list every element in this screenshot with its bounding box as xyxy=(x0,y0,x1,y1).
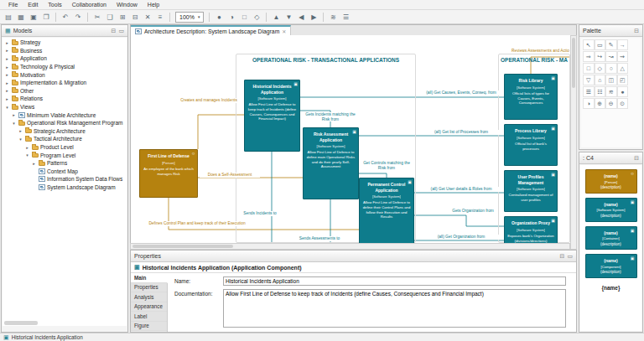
tree-item-views[interactable]: ▾Views xyxy=(3,103,127,111)
expand-arrow-icon[interactable]: ▸ xyxy=(4,48,10,53)
horizontal-scrollbar[interactable] xyxy=(4,321,38,325)
vertical-scrollbar[interactable] xyxy=(570,35,577,250)
minimize-icon[interactable]: ⊟ xyxy=(560,253,565,260)
open-model-button[interactable]: ▦ xyxy=(15,12,27,23)
minus-tool[interactable]: ⊖ xyxy=(605,98,617,109)
format-painter-tool[interactable]: ✎ xyxy=(605,39,617,50)
grouping-tool[interactable]: ☷ xyxy=(595,86,606,97)
diagram-canvas[interactable]: OPERATIONAL RISK - TRANSACTIONAL APPLICA… xyxy=(130,35,570,243)
name-field[interactable] xyxy=(223,276,566,286)
stencil-component[interactable]: ▣ (name) [Component] (description) xyxy=(585,254,637,278)
node-permanent-control-application[interactable]: ▣ Permanent Control Application [Softwar… xyxy=(359,178,414,243)
tree-item-other[interactable]: ▸Other xyxy=(3,87,127,96)
expand-arrow-icon[interactable]: ▸ xyxy=(4,88,10,93)
distribute-button[interactable]: ☰ xyxy=(340,12,351,23)
collapse-arrow-icon[interactable]: ▾ xyxy=(4,105,10,110)
tree-item-technology[interactable]: ▸Technology & Physical xyxy=(3,63,127,71)
align-bottom-button[interactable]: ▼ xyxy=(283,12,294,23)
collapse-arrow-icon[interactable]: ▾ xyxy=(11,121,17,126)
minimize-icon[interactable]: ⊟ xyxy=(112,28,117,34)
node-process-library[interactable]: ▣ Process Library [Software System] Offi… xyxy=(504,124,558,166)
serving-tool[interactable]: ↝ xyxy=(605,51,617,62)
delete-button[interactable]: ⊟ xyxy=(129,12,141,23)
tree-item-system-landscape-diagram[interactable]: System Landscape Diagram xyxy=(3,183,127,192)
tree-item-strategic-architecture[interactable]: ▸Strategic Architecture xyxy=(3,127,127,136)
close-view-button[interactable]: ✕ xyxy=(142,12,153,23)
align-right-button[interactable]: ▶ xyxy=(308,12,319,23)
expand-arrow-icon[interactable]: ▸ xyxy=(4,56,10,61)
tab-label[interactable]: Label xyxy=(131,312,167,322)
expand-arrow-icon[interactable]: ▸ xyxy=(18,128,23,133)
restore-icon[interactable]: ▭ xyxy=(567,253,573,260)
tab-properties[interactable]: Properties xyxy=(131,283,167,293)
tree-item-minimum-viable-architecture[interactable]: ▸Minimum Viable Architecture xyxy=(3,111,127,119)
flow-tool[interactable]: ⇝ xyxy=(617,51,629,62)
node-organization-proxy[interactable]: ▣ Organization Proxy [Software System] E… xyxy=(504,216,558,243)
expand-arrow-icon[interactable]: ▸ xyxy=(4,65,10,70)
copy-button[interactable]: ❑ xyxy=(104,12,116,23)
tab-analysis[interactable]: Analysis xyxy=(131,292,167,302)
menu-window[interactable]: Window xyxy=(112,1,143,8)
zoom-select[interactable]: 100% ▾ xyxy=(175,12,204,23)
menu-help[interactable]: Help xyxy=(143,1,164,8)
stencil-container[interactable]: ▣ (name) [Container] (description) xyxy=(585,226,637,251)
location-tool[interactable]: ⌂ xyxy=(595,75,606,85)
node-risk-library[interactable]: ▣ Risk Library [Software System] Officia… xyxy=(504,74,558,120)
tab-appearance[interactable]: Appearance xyxy=(131,302,167,313)
business-process-tool[interactable]: ☰ xyxy=(583,86,595,97)
save-button[interactable]: ▣ xyxy=(28,12,39,23)
menu-tools[interactable]: Tools xyxy=(43,1,66,8)
node-first-line-of-defense[interactable]: ☺ First Line of Defense [Person] An empl… xyxy=(139,149,198,198)
new-model-button[interactable]: ▤ xyxy=(3,12,14,23)
tree-item-program-level[interactable]: ▾Program Level xyxy=(3,151,127,159)
marquee-tool[interactable]: ▭ xyxy=(595,39,606,50)
tree-item-motivation[interactable]: ▸Motivation xyxy=(3,70,127,79)
documentation-field[interactable]: Allow First Line of Defense to keep trac… xyxy=(223,289,566,328)
horizontal-scrollbar[interactable] xyxy=(130,243,570,250)
stencil-label[interactable]: {name} xyxy=(580,285,641,291)
association-tool[interactable]: ⇒ xyxy=(583,51,595,62)
connection-label[interactable]: Gets Incidents matching the Risk from xyxy=(302,112,359,121)
select-tool[interactable]: ↖ xyxy=(583,39,595,50)
tree-item-implementation[interactable]: ▸Implementation & Migration xyxy=(3,79,127,87)
connection-label[interactable]: Reviews Assessments and Actio xyxy=(510,49,570,54)
device-tool[interactable]: ◑ xyxy=(583,98,595,109)
ellipse-tool[interactable]: ○ xyxy=(605,63,617,74)
expand-arrow-icon[interactable]: ▸ xyxy=(4,72,10,77)
expand-arrow-icon[interactable]: ▸ xyxy=(24,145,30,150)
connection-label[interactable]: (all) Get Causes, Events, Conseq. from xyxy=(423,90,500,96)
print-button[interactable]: ❐ xyxy=(40,12,52,23)
inverted-triangle-tool[interactable]: ▽ xyxy=(583,75,595,85)
menu-file[interactable]: File xyxy=(3,1,23,8)
connection-label[interactable]: Defines Control Plan and keep track of t… xyxy=(143,221,252,226)
stencil-person[interactable]: ☺ (name) [Person] (description) xyxy=(585,169,637,194)
connection-label[interactable]: (all) Get User details & Roles from xyxy=(423,187,500,192)
align-top-button[interactable]: ▲ xyxy=(270,12,282,23)
connection-label[interactable]: Creates and manages Incidents xyxy=(179,98,238,103)
zoom-normal-button[interactable]: ● xyxy=(213,12,225,23)
restore-icon[interactable]: ▭ xyxy=(118,28,124,34)
align-left-button[interactable]: ◀ xyxy=(295,12,307,23)
snap-grid-button[interactable]: □ xyxy=(238,12,250,23)
connection-label[interactable]: Gets Organization from xyxy=(448,209,498,214)
connection-label[interactable]: (all) Get Organization from xyxy=(423,235,500,240)
collapse-arrow-icon[interactable]: ▾ xyxy=(18,137,23,142)
redo-button[interactable]: ↷ xyxy=(72,12,84,23)
close-icon[interactable]: ✕ xyxy=(282,28,286,34)
menu-edit[interactable]: Edit xyxy=(23,1,43,8)
target-tool[interactable]: ⊙ xyxy=(617,98,629,109)
outline-button[interactable]: ≡ xyxy=(154,12,166,23)
tree-item-product-level[interactable]: ▸Product Level xyxy=(3,143,127,152)
tree-item-tactical-architecture[interactable]: ▾Tactical Architecture xyxy=(3,135,127,143)
diamond-tool[interactable]: ◇ xyxy=(595,63,606,74)
tab-system-landscape-diagram[interactable]: Architecture Description: System Landsca… xyxy=(131,25,291,35)
tree-item-strategy[interactable]: ▸Strategy xyxy=(3,39,127,47)
application-component-tool[interactable]: ◫ xyxy=(605,75,617,85)
node-historical-incidents-application[interactable]: ▣ Historical Incidents Application [Soft… xyxy=(244,80,300,152)
collapse-arrow-icon[interactable]: ▾ xyxy=(24,152,30,158)
connection-label[interactable]: Sends Incidents to xyxy=(240,211,280,216)
tree-item-relations[interactable]: ▸Relations xyxy=(3,95,127,103)
expand-arrow-icon[interactable]: ▸ xyxy=(11,112,17,117)
node-user-profiles-management[interactable]: ▣ User Profiles Management [Software Sys… xyxy=(504,170,558,212)
triangle-tool[interactable]: △ xyxy=(617,63,629,74)
